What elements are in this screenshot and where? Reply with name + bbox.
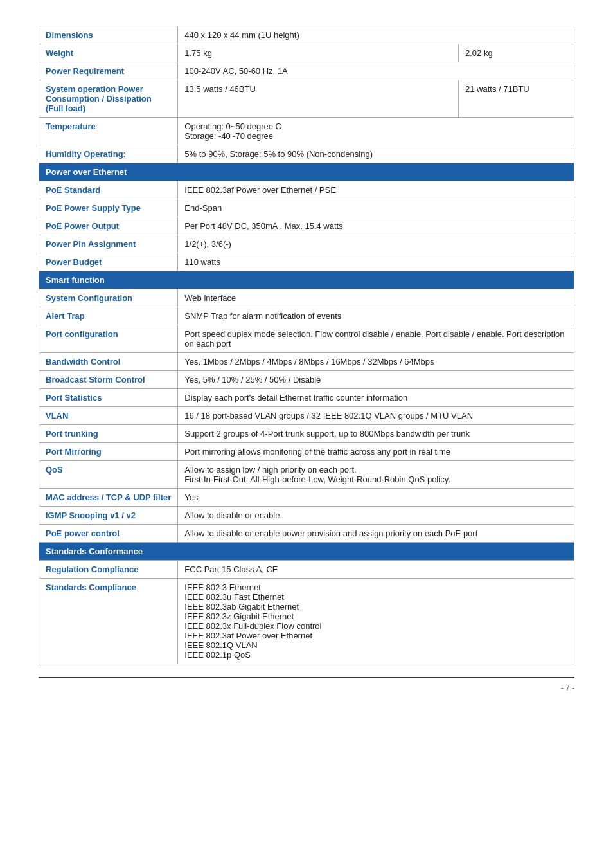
spec-label: Alert Trap <box>39 307 178 325</box>
spec-value: Yes, 1Mbps / 2Mbps / 4Mbps / 8Mbps / 16M… <box>178 353 574 371</box>
spec-row: Port configurationPort speed duplex mode… <box>39 325 574 353</box>
spec-value: Allow to disable or enable power provisi… <box>178 525 574 543</box>
spec-row: Broadcast Storm ControlYes, 5% / 10% / 2… <box>39 371 574 389</box>
spec-row: System ConfigurationWeb interface <box>39 289 574 307</box>
spec-value: Web interface <box>178 289 574 307</box>
spec-row: MAC address / TCP & UDP filterYes <box>39 489 574 507</box>
spec-row: PoE Power OutputPer Port 48V DC, 350mA .… <box>39 217 574 235</box>
spec-label: Power Requirement <box>39 62 178 80</box>
spec-value-line: IEEE 802.1Q VLAN <box>184 640 257 650</box>
spec-value-line: Port speed duplex mode selection. Flow c… <box>184 329 564 348</box>
spec-label: Bandwidth Control <box>39 353 178 371</box>
spec-label: Power Pin Assignment <box>39 235 178 253</box>
spec-row: Power Requirement100-240V AC, 50-60 Hz, … <box>39 62 574 80</box>
spec-value: 5% to 90%, Storage: 5% to 90% (Non-conde… <box>178 145 574 163</box>
spec-label: Weight <box>39 44 178 62</box>
spec-row: TemperatureOperating: 0~50 degree CStora… <box>39 118 574 145</box>
section-header-row: Power over Ethernet <box>39 163 574 181</box>
spec-value-line: IEEE 802.3af Power over Ethernet <box>184 631 312 640</box>
spec-value: Display each port's detail Ethernet traf… <box>178 389 574 407</box>
spec-value: FCC Part 15 Class A, CE <box>178 561 574 579</box>
spec-value-line: IEEE 802.3z Gigabit Ethernet <box>184 611 294 621</box>
spec-value-multiline: Port speed duplex mode selection. Flow c… <box>178 325 574 353</box>
spec-label: Port Statistics <box>39 389 178 407</box>
spec-value: Port mirroring allows monitoring of the … <box>178 443 574 461</box>
spec-row: Regulation ComplianceFCC Part 15 Class A… <box>39 561 574 579</box>
spec-value-line: IEEE 802.1p QoS <box>184 650 251 660</box>
spec-row: Port MirroringPort mirroring allows moni… <box>39 443 574 461</box>
spec-value: Per Port 48V DC, 350mA . Max. 15.4 watts <box>178 217 574 235</box>
spec-value: Support 2 groups of 4-Port trunk support… <box>178 425 574 443</box>
spec-value: Yes <box>178 489 574 507</box>
spec-label: PoE Standard <box>39 181 178 199</box>
spec-row: Port trunkingSupport 2 groups of 4-Port … <box>39 425 574 443</box>
spec-value-line: IEEE 802.3ab Gigabit Ethernet <box>184 602 299 611</box>
spec-row: IGMP Snooping v1 / v2Allow to disable or… <box>39 507 574 525</box>
page-number: - 7 - <box>561 683 574 692</box>
spec-row: Weight1.75 kg2.02 kg <box>39 44 574 62</box>
spec-value-line: First-In-First-Out, All-High-before-Low,… <box>184 475 450 484</box>
spec-value-line: IEEE 802.3 Ethernet <box>184 583 261 592</box>
spec-label: Temperature <box>39 118 178 145</box>
spec-label: Standards Compliance <box>39 579 178 664</box>
spec-label: System Configuration <box>39 289 178 307</box>
spec-table: Dimensions440 x 120 x 44 mm (1U height)W… <box>39 26 574 664</box>
spec-row: System operation Power Consumption / Dis… <box>39 80 574 118</box>
spec-value: 440 x 120 x 44 mm (1U height) <box>178 26 574 44</box>
spec-row: Alert TrapSNMP Trap for alarm notificati… <box>39 307 574 325</box>
spec-value: 16 / 18 port-based VLAN groups / 32 IEEE… <box>178 407 574 425</box>
spec-value-2: 21 watts / 71BTU <box>459 80 574 118</box>
spec-label: Humidity Operating: <box>39 145 178 163</box>
spec-value-1: 13.5 watts / 46BTU <box>178 80 459 118</box>
spec-label: Power Budget <box>39 253 178 271</box>
spec-row: Bandwidth ControlYes, 1Mbps / 2Mbps / 4M… <box>39 353 574 371</box>
spec-value-multiline: Operating: 0~50 degree CStorage: -40~70 … <box>178 118 574 145</box>
spec-value: End-Span <box>178 199 574 217</box>
spec-row: Standards ComplianceIEEE 802.3 EthernetI… <box>39 579 574 664</box>
spec-row: PoE StandardIEEE 802.3af Power over Ethe… <box>39 181 574 199</box>
spec-label: Broadcast Storm Control <box>39 371 178 389</box>
spec-label: Port configuration <box>39 325 178 353</box>
spec-row: Dimensions440 x 120 x 44 mm (1U height) <box>39 26 574 44</box>
spec-value: Allow to disable or enable. <box>178 507 574 525</box>
spec-value-line: Operating: 0~50 degree C <box>184 122 281 131</box>
spec-value-1: 1.75 kg <box>178 44 459 62</box>
spec-label: Port Mirroring <box>39 443 178 461</box>
spec-label: Dimensions <box>39 26 178 44</box>
spec-row: Power Budget110 watts <box>39 253 574 271</box>
spec-value-line: Allow to assign low / high priority on e… <box>184 465 356 475</box>
spec-value: Yes, 5% / 10% / 25% / 50% / Disable <box>178 371 574 389</box>
section-header-label: Smart function <box>39 271 574 289</box>
spec-value-multiline: Allow to assign low / high priority on e… <box>178 461 574 489</box>
spec-label: Regulation Compliance <box>39 561 178 579</box>
spec-label: PoE Power Supply Type <box>39 199 178 217</box>
spec-value-multiline: IEEE 802.3 EthernetIEEE 802.3u Fast Ethe… <box>178 579 574 664</box>
section-header-row: Standards Conformance <box>39 543 574 561</box>
spec-value: SNMP Trap for alarm notification of even… <box>178 307 574 325</box>
spec-value: 100-240V AC, 50-60 Hz, 1A <box>178 62 574 80</box>
spec-row: Power Pin Assignment1/2(+), 3/6(-) <box>39 235 574 253</box>
spec-label: QoS <box>39 461 178 489</box>
page-wrapper: Dimensions440 x 120 x 44 mm (1U height)W… <box>39 26 574 692</box>
spec-value: 1/2(+), 3/6(-) <box>178 235 574 253</box>
spec-label: System operation Power Consumption / Dis… <box>39 80 178 118</box>
spec-value-line: Storage: -40~70 degree <box>184 131 273 141</box>
spec-row: PoE Power Supply TypeEnd-Span <box>39 199 574 217</box>
spec-label: VLAN <box>39 407 178 425</box>
section-header-row: Smart function <box>39 271 574 289</box>
spec-label: PoE power control <box>39 525 178 543</box>
section-header-label: Power over Ethernet <box>39 163 574 181</box>
spec-row: VLAN16 / 18 port-based VLAN groups / 32 … <box>39 407 574 425</box>
page-footer: - 7 - <box>39 677 574 692</box>
spec-row: PoE power controlAllow to disable or ena… <box>39 525 574 543</box>
spec-label: MAC address / TCP & UDP filter <box>39 489 178 507</box>
spec-value: 110 watts <box>178 253 574 271</box>
spec-value: IEEE 802.3af Power over Ethernet / PSE <box>178 181 574 199</box>
spec-value-2: 2.02 kg <box>459 44 574 62</box>
spec-row: Humidity Operating:5% to 90%, Storage: 5… <box>39 145 574 163</box>
spec-value-line: IEEE 802.3x Full-duplex Flow control <box>184 621 321 631</box>
spec-value-line: IEEE 802.3u Fast Ethernet <box>184 592 284 602</box>
spec-label: IGMP Snooping v1 / v2 <box>39 507 178 525</box>
spec-row: Port StatisticsDisplay each port's detai… <box>39 389 574 407</box>
section-header-label: Standards Conformance <box>39 543 574 561</box>
